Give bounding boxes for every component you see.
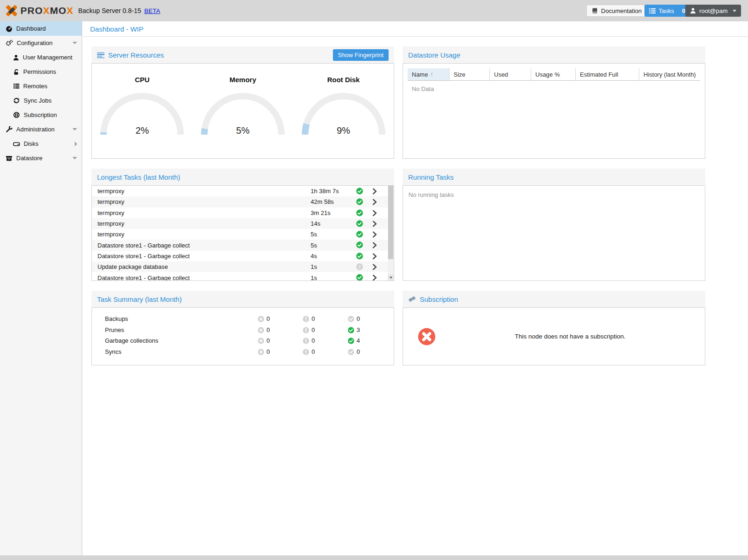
sidebar-item-user-management[interactable]: User Management [0,50,82,65]
product-version-label: Backup Server 0.8-15 [78,7,141,14]
gauge-value: 9% [293,125,394,136]
summary-row-prunes: Prunes 0 0 3 [92,325,394,336]
vertical-scrollbar[interactable] [388,186,394,280]
task-row[interactable]: termproxy 1h 38m 7s [92,186,394,196]
gauge-value: 5% [193,125,293,136]
column-header-history[interactable]: History (last Month) [639,68,700,80]
task-name: Datastore store1 - Garbage collect [92,242,190,249]
task-row[interactable]: Datastore store1 - Garbage collect 1s [92,272,394,281]
grid-header-row: Name ↑ Size Used Usage % Estimated Full … [408,68,700,81]
open-task-chevron-icon[interactable] [372,210,377,216]
running-tasks-header: Running Tasks [403,169,705,185]
triangle-down-icon [390,277,392,279]
task-row[interactable]: Datastore store1 - Garbage collect 4s [92,251,394,261]
show-fingerprint-button[interactable]: Show Fingerprint [333,49,389,61]
gauge-value: 2% [92,125,193,136]
task-row[interactable]: termproxy 14s [92,218,394,229]
task-duration: 14s [311,220,320,227]
sidebar-item-sync-jobs[interactable]: Sync Jobs [0,93,82,108]
sidebar-item-datastore[interactable]: Datastore [0,151,82,165]
open-task-chevron-icon[interactable] [372,274,377,281]
beta-link[interactable]: BETA [144,7,160,14]
task-name: termproxy [92,220,124,227]
sidebar-item-remotes[interactable]: Remotes [0,79,82,93]
datastore-usage-panel: Datastore Usage Name ↑ Size Used Usage %… [403,46,705,159]
error-count: 0 [267,315,270,322]
unknown-status-icon: ? [356,263,363,270]
gauge-label: Root Disk [293,76,394,84]
resource-bars-icon [97,52,104,59]
panel-title: Running Tasks [408,173,454,181]
task-list-icon [649,8,656,14]
task-name: termproxy [92,188,124,195]
open-task-chevron-icon[interactable] [372,188,377,195]
open-task-chevron-icon[interactable] [372,221,377,227]
open-task-chevron-icon[interactable] [372,231,377,238]
tachometer-icon [6,26,13,32]
column-header-usage[interactable]: Usage % [531,68,576,80]
top-bar: PROXMOX Backup Server 0.8-15 BETA Docume… [0,0,748,21]
sidebar-item-dashboard[interactable]: Dashboard [0,21,82,36]
task-duration: 42m 58s [311,198,334,205]
column-header-name[interactable]: Name ↑ [408,68,449,80]
svg-text:?: ? [358,264,361,269]
user-icon [690,7,696,14]
error-count-icon [258,316,264,322]
proxmox-wordmark: PROXMOX [20,5,73,16]
panel-title: Subscription [420,295,458,303]
error-count: 0 [267,337,270,344]
ok-count-icon [348,349,354,355]
tasks-label: Tasks [659,7,674,14]
sidebar-item-configuration[interactable]: Configuration [0,36,82,50]
error-count-icon [258,327,264,333]
column-header-used[interactable]: Used [490,68,531,80]
summary-label: Garbage collections [92,337,158,344]
open-task-chevron-icon[interactable] [372,242,377,248]
datastore-usage-header: Datastore Usage [403,46,705,63]
cogs-icon [6,39,13,46]
tasks-button[interactable]: Tasks 0 [644,5,690,17]
ok-count-icon [348,338,354,344]
task-duration: 1s [311,274,317,281]
sync-icon [13,97,20,104]
task-row[interactable]: termproxy 5s [92,229,394,240]
scrollbar-down-button[interactable] [388,274,394,280]
sort-ascending-icon: ↑ [430,71,433,78]
archive-icon [6,155,13,162]
bottom-scroll-strip[interactable] [0,555,748,560]
open-task-chevron-icon[interactable] [372,264,377,270]
task-row[interactable]: termproxy 3m 21s [92,208,394,218]
task-name: termproxy [92,198,124,205]
task-name: Update package database [92,263,168,270]
column-header-size[interactable]: Size [449,68,490,80]
scrollbar-thumb[interactable] [388,186,393,259]
open-task-chevron-icon[interactable] [372,253,377,260]
server-resources-header: Server Resources Show Fingerprint [91,46,394,63]
sidebar-item-permissions[interactable]: Permissions [0,65,82,79]
wrench-icon [6,126,13,133]
no-data-message: No Data [408,81,700,97]
task-row[interactable]: termproxy 42m 58s [92,196,394,207]
open-task-chevron-icon[interactable] [372,199,377,205]
hard-disk-icon [13,141,20,147]
documentation-button[interactable]: Documentation [586,5,647,17]
task-name: Datastore store1 - Garbage collect [92,253,190,260]
ok-count: 4 [357,337,360,344]
warning-count-icon [303,327,309,333]
warning-count: 0 [312,315,315,322]
cpu-gauge: CPU 2% [92,64,193,158]
ok-status-icon [356,253,363,260]
running-tasks-panel: Running Tasks No running tasks [403,169,705,281]
task-row[interactable]: Datastore store1 - Garbage collect 5s [92,240,394,250]
task-duration: 3m 21s [311,209,331,216]
column-header-estimated-full[interactable]: Estimated Full [576,68,639,80]
running-tasks-body: No running tasks [403,185,705,281]
task-name: Datastore store1 - Garbage collect [92,274,190,281]
user-menu-button[interactable]: root@pam [685,5,741,17]
book-icon [592,7,598,14]
subscription-header: Subscription [403,291,705,307]
sidebar-item-disks[interactable]: Disks [0,137,82,151]
task-row[interactable]: Update package database 1s ? [92,261,394,272]
sidebar-item-administration[interactable]: Administration [0,122,82,137]
sidebar-item-subscription[interactable]: Subscription [0,108,82,122]
